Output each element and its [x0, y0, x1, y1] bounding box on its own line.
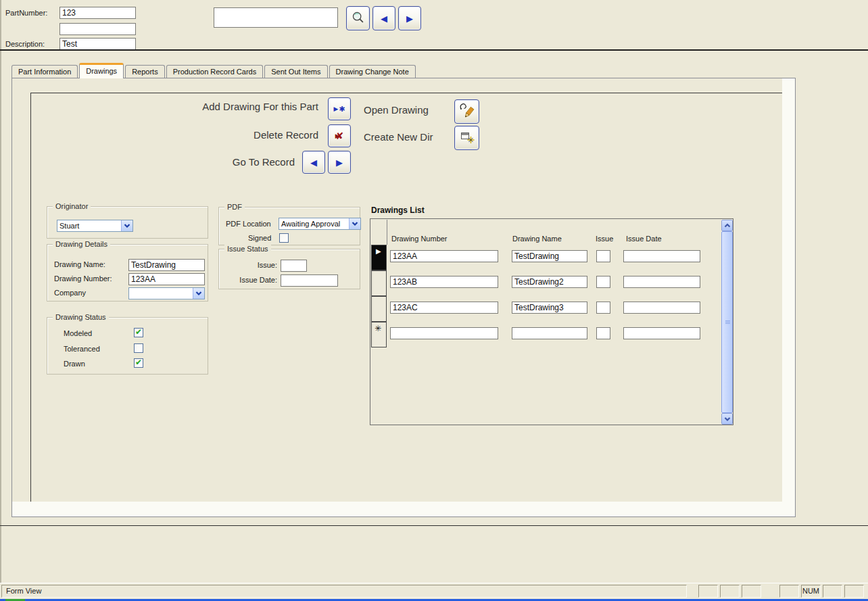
scrollbar-thumb[interactable] — [721, 231, 733, 413]
modeled-checkbox[interactable]: ✔ — [134, 328, 143, 337]
status-panel — [742, 585, 761, 598]
scroll-down-button[interactable] — [721, 413, 733, 425]
access-form-window: PartNumber: Description: ◀ ▶ Part Inform… — [0, 0, 868, 601]
tab-strip: Part Information Drawings Reports Produc… — [11, 63, 417, 78]
originator-combobox[interactable]: Stuart — [57, 220, 133, 232]
originator-legend: Originator — [53, 202, 91, 210]
left-arrow-icon: ◀ — [381, 14, 387, 23]
grid-drawing-name-input[interactable] — [512, 327, 587, 339]
form-border-left — [30, 93, 31, 502]
tab-production-record-cards[interactable]: Production Record Cards — [166, 65, 264, 78]
drawing-name-input[interactable] — [128, 259, 205, 271]
pdf-location-label: PDF Location — [226, 220, 271, 228]
grid-drawing-name-input[interactable] — [512, 302, 587, 314]
drawn-checkbox[interactable]: ✔ — [134, 358, 143, 368]
signed-checkbox[interactable]: ✔ — [279, 233, 289, 243]
grid-issue-date-input[interactable] — [623, 302, 700, 314]
column-header-drawing-name: Drawing Name — [512, 235, 562, 243]
delete-record-button[interactable]: ▶ ✘ — [328, 124, 351, 147]
scroll-up-button[interactable] — [721, 220, 733, 231]
modeled-label: Modeled — [64, 329, 92, 337]
go-previous-record-button[interactable]: ◀ — [302, 151, 325, 174]
company-combobox[interactable] — [128, 287, 205, 299]
grid-drawing-name-input[interactable] — [512, 276, 587, 288]
status-panel — [844, 585, 864, 598]
selector-column-line — [387, 220, 387, 245]
search-button[interactable] — [346, 6, 370, 30]
status-panel — [823, 585, 842, 598]
new-folder-icon-button[interactable] — [454, 126, 479, 150]
grid-drawing-number-input[interactable] — [390, 327, 498, 339]
record-selector[interactable] — [371, 270, 387, 296]
header-divider — [0, 49, 868, 51]
go-to-record-label: Go To Record — [80, 156, 295, 168]
tab-drawings[interactable]: Drawings — [79, 63, 124, 78]
originator-value: Stuart — [59, 222, 79, 230]
form-footer-divider — [0, 525, 868, 526]
grid-issue-date-input[interactable] — [623, 327, 700, 339]
search-icon — [351, 10, 366, 27]
create-new-dir-label: Create New Dir — [364, 131, 433, 143]
issue-date-input[interactable] — [281, 274, 338, 287]
issue-input[interactable] — [281, 260, 307, 272]
chevron-down-icon[interactable] — [349, 218, 360, 229]
description-label: Description: — [5, 40, 45, 48]
grid-issue-input[interactable] — [596, 302, 610, 314]
tab-reports[interactable]: Reports — [125, 65, 165, 78]
vertical-scrollbar[interactable] — [721, 220, 733, 425]
grid-issue-input[interactable] — [596, 276, 610, 288]
add-drawing-button[interactable]: ▶ ✱ — [328, 97, 351, 120]
drawing-details-legend: Drawing Details — [53, 240, 110, 248]
issue-label: Issue: — [226, 261, 277, 269]
current-record-arrow-icon: ▶ — [376, 247, 381, 255]
previous-record-button[interactable]: ◀ — [372, 6, 395, 30]
tab-part-information[interactable]: Part Information — [11, 65, 78, 78]
check-icon: ✔ — [135, 327, 142, 337]
part-number-label: PartNumber: — [5, 9, 47, 17]
part-number-alt-input[interactable] — [59, 23, 136, 35]
tab-sent-out-items[interactable]: Sent Out Items — [264, 65, 327, 78]
search-input[interactable] — [214, 7, 338, 28]
open-drawing-button[interactable] — [454, 99, 479, 124]
record-selector[interactable] — [371, 296, 387, 322]
tab-drawing-change-note[interactable]: Drawing Change Note — [329, 65, 416, 78]
pdf-groupbox: PDF PDF Location Awaiting Approval Signe… — [218, 207, 360, 245]
column-header-issue-date: Issue Date — [626, 235, 662, 243]
grid-drawing-number-input[interactable] — [390, 302, 498, 314]
originator-groupbox: Originator Stuart — [47, 206, 208, 239]
part-number-input[interactable] — [59, 7, 136, 19]
window-left-edge — [0, 0, 1, 599]
grid-drawing-name-input[interactable] — [512, 250, 587, 262]
drawing-number-input[interactable] — [128, 273, 205, 285]
grid-issue-date-input[interactable] — [623, 276, 700, 288]
chevron-up-icon — [724, 223, 731, 229]
chevron-down-icon[interactable] — [193, 288, 204, 299]
subform-margin-right — [782, 78, 795, 516]
chevron-down-icon[interactable] — [121, 220, 132, 231]
grid-issue-date-input[interactable] — [623, 250, 700, 262]
next-record-button[interactable]: ▶ — [398, 6, 421, 30]
grid-issue-input[interactable] — [596, 327, 610, 339]
status-panel — [698, 585, 718, 598]
delete-record-label: Delete Record — [80, 129, 318, 141]
toleranced-checkbox[interactable]: ✔ — [134, 343, 143, 353]
drawn-label: Drawn — [64, 360, 85, 368]
grid-issue-input[interactable] — [596, 250, 610, 262]
drawing-status-legend: Drawing Status — [53, 313, 109, 321]
grid-drawing-number-input[interactable] — [390, 276, 498, 288]
status-panel — [720, 585, 740, 598]
drawing-details-groupbox: Drawing Details Drawing Name: Drawing Nu… — [47, 244, 208, 302]
open-drawing-label: Open Drawing — [364, 104, 429, 116]
new-record-selector[interactable]: ✳ — [371, 322, 387, 347]
add-drawing-label: Add Drawing For this Part — [80, 101, 318, 112]
issue-status-groupbox: Issue Status Issue: Issue Date: — [218, 249, 360, 289]
num-lock-indicator: NUM — [801, 585, 821, 598]
delete-record-icon: ▶ ✘ — [335, 131, 344, 141]
description-input[interactable] — [59, 38, 136, 50]
go-next-record-button[interactable]: ▶ — [328, 151, 351, 174]
drawings-list-subform: Drawing Number Drawing Name Issue Issue … — [370, 218, 733, 425]
drawing-number-label: Drawing Number: — [54, 274, 112, 283]
record-selector[interactable]: ▶ — [371, 245, 387, 270]
pdf-location-combobox[interactable]: Awaiting Approval — [279, 218, 361, 230]
grid-drawing-number-input[interactable] — [390, 250, 498, 262]
